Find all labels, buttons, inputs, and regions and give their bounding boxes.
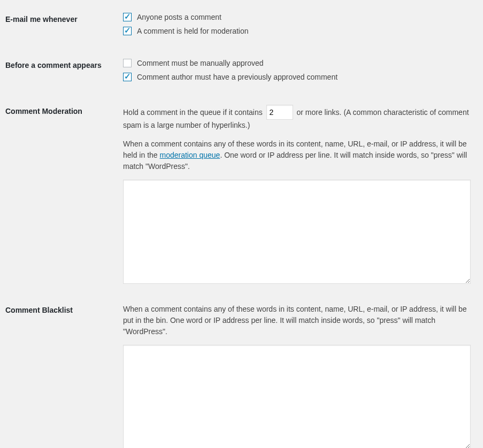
hold-comment-links-text: Hold a comment in the queue if it contai… <box>123 105 472 131</box>
blacklist-fieldset: When a comment contains any of these wor… <box>123 304 472 448</box>
previously-approved-checkbox[interactable] <box>123 73 132 81</box>
blacklist-keys-textarea[interactable] <box>123 345 471 448</box>
blacklist-description: When a comment contains any of these wor… <box>123 304 472 337</box>
email-me-heading: E-mail me whenever <box>5 5 123 51</box>
moderation-keys-description: When a comment contains any of these wor… <box>123 138 472 172</box>
discussion-settings-table: E-mail me whenever Anyone posts a commen… <box>5 5 478 448</box>
anyone-posts-comment-checkbox[interactable] <box>123 13 132 21</box>
previously-approved-label[interactable]: Comment author must have a previously ap… <box>137 73 338 81</box>
manually-approved-checkbox[interactable] <box>123 59 132 67</box>
comment-moderation-heading: Comment Moderation <box>5 97 123 296</box>
email-me-fieldset: Anyone posts a comment A comment is held… <box>123 13 472 41</box>
moderation-keys-textarea[interactable] <box>123 180 471 284</box>
comment-held-moderation-label[interactable]: A comment is held for moderation <box>137 27 249 35</box>
hold-prefix-text: Hold a comment in the queue if it contai… <box>123 108 263 117</box>
before-comment-appears-heading: Before a comment appears <box>5 51 123 97</box>
manually-approved-label[interactable]: Comment must be manually approved <box>137 59 264 67</box>
anyone-posts-comment-label[interactable]: Anyone posts a comment <box>137 13 221 21</box>
moderation-fieldset: Hold a comment in the queue if it contai… <box>123 105 472 285</box>
moderation-queue-link[interactable]: moderation queue <box>160 151 220 159</box>
comment-held-moderation-checkbox[interactable] <box>123 27 132 35</box>
max-links-input[interactable] <box>266 105 293 120</box>
before-appears-fieldset: Comment must be manually approved Commen… <box>123 59 472 87</box>
comment-blacklist-heading: Comment Blacklist <box>5 296 123 448</box>
